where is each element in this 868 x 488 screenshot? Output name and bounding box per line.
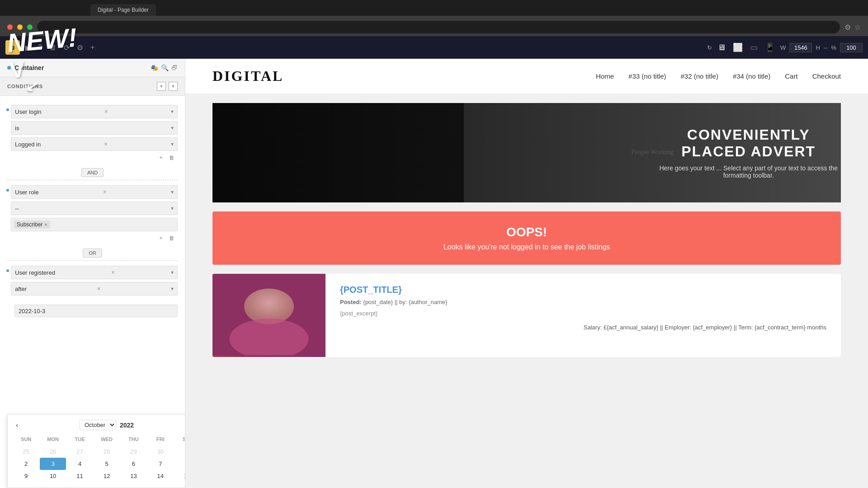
delete-group1-btn[interactable]: 🗑 (168, 154, 176, 162)
cal-day-1[interactable]: 1 (175, 446, 185, 458)
post-meta: Posted: {post_date} || by: {author_name} (340, 299, 826, 305)
post-thumbnail (212, 274, 326, 357)
delete-group2-btn[interactable]: 🗑 (168, 234, 176, 242)
operator-is-select[interactable]: is ▾ (11, 121, 178, 135)
date-picker[interactable]: ‹ October 2022 › SUN MON TUE WED THU FRI… (7, 414, 185, 488)
logged-in-select[interactable]: Logged in × ▾ (11, 137, 178, 151)
cal-day-15[interactable]: 15 (175, 470, 185, 482)
after-clear[interactable]: × (97, 286, 100, 292)
cal-day-11[interactable]: 11 (67, 470, 93, 482)
cal-day-10[interactable]: 10 (40, 470, 66, 482)
post-date-value: {post_date} (363, 299, 393, 305)
cal-day-13[interactable]: 13 (121, 470, 146, 482)
week-row-1: 25 26 27 28 29 30 1 (13, 446, 185, 458)
cal-day-6[interactable]: 6 (121, 458, 146, 470)
subscriber-tag-field[interactable]: Subscriber × (11, 218, 178, 231)
user-registered-select[interactable]: User registered × ▾ (11, 266, 178, 279)
or-logic-badge: OR (0, 249, 185, 258)
sidebar-close-icon[interactable]: 🗗 (171, 64, 178, 71)
posted-label: Posted: (340, 299, 362, 305)
logged-in-clear[interactable]: × (104, 141, 108, 147)
cal-day-12[interactable]: 12 (94, 470, 119, 482)
mobile-icon[interactable]: 📱 (763, 42, 777, 53)
emoji-icon[interactable]: 🎭 (151, 64, 158, 71)
conditions-actions: + × (157, 82, 178, 91)
dow-wed: WED (94, 435, 119, 444)
week-row-2: 2 3 4 5 6 7 8 (13, 458, 185, 470)
add-icon[interactable]: + (89, 42, 96, 53)
add-to-group1-btn[interactable]: + (157, 154, 165, 162)
cal-day-9[interactable]: 9 (13, 470, 39, 482)
year-display: 2022 (120, 422, 134, 429)
v-label: V (9, 56, 26, 83)
main-layout: Container 🎭 🔍 🗗 CONDITIONS + × (0, 59, 868, 488)
date-input-row (0, 302, 185, 320)
hero-title: CONVENIENTLY PLACED ADVERT (656, 127, 841, 160)
operator-after-select[interactable]: after × ▾ (11, 282, 178, 296)
close-conditions-btn[interactable]: × (169, 82, 178, 91)
cal-day-3[interactable]: 3 (40, 458, 66, 470)
zoom-input[interactable] (840, 43, 863, 52)
browser-toolbar: ⚙ ☆ (0, 16, 868, 38)
and-btn[interactable]: AND (81, 168, 104, 177)
user-registered-clear[interactable]: × (111, 269, 114, 276)
add-condition-btn[interactable]: + (157, 82, 166, 91)
sidebar-header-actions: 🎭 🔍 🗗 (151, 64, 178, 71)
cal-day-29-prev[interactable]: 29 (121, 446, 146, 458)
cal-day-25-prev[interactable]: 25 (13, 446, 39, 458)
user-login-select[interactable]: User login × ▾ (11, 105, 178, 118)
oops-banner: OOPS! Looks like you're not logged in to… (212, 211, 841, 265)
user-role-clear[interactable]: × (103, 189, 106, 195)
operator-dash-select[interactable]: -- ▾ (11, 202, 178, 215)
post-excerpt: {post_excerpt} (340, 310, 826, 317)
refresh-icon[interactable]: ↻ (707, 44, 712, 51)
nav-cart[interactable]: Cart (785, 72, 797, 80)
calendar-spacer (0, 320, 185, 419)
site-header: DIGITAL Home #33 (no title) #32 (no titl… (185, 59, 868, 94)
cal-day-14[interactable]: 14 (147, 470, 173, 482)
add-to-group2-btn[interactable]: + (157, 234, 165, 242)
oops-title: OOPS! (231, 225, 823, 239)
width-input[interactable] (789, 43, 812, 52)
or-btn[interactable]: OR (83, 249, 102, 258)
cal-day-26-prev[interactable]: 26 (40, 446, 66, 458)
search-icon[interactable]: 🔍 (161, 64, 169, 71)
address-bar[interactable] (37, 21, 840, 33)
prev-month-btn[interactable]: ‹ (13, 420, 21, 430)
user-login-clear[interactable]: × (104, 108, 108, 115)
site-navigation: Home #33 (no title) #32 (no title) #34 (… (596, 72, 841, 80)
date-input-field[interactable] (14, 305, 178, 317)
subscriber-tag-label: Subscriber (17, 221, 42, 228)
condition-row-logged-in: Logged in × ▾ (11, 137, 178, 151)
nav-page34[interactable]: #34 (no title) (733, 72, 770, 80)
cal-day-30-prev[interactable]: 30 (147, 446, 173, 458)
tab-title: Digital - Page Builder (98, 7, 149, 13)
cal-day-27-prev[interactable]: 27 (67, 446, 93, 458)
dow-tue: TUE (67, 435, 93, 444)
month-select[interactable]: October (80, 420, 116, 430)
desktop-icon[interactable]: 🖥 (716, 42, 727, 53)
dow-fri: FRI (147, 435, 173, 444)
cal-day-5[interactable]: 5 (94, 458, 119, 470)
post-card: {POST_TITLE} Posted: {post_date} || by: … (212, 274, 841, 357)
subscriber-remove-btn[interactable]: × (44, 222, 47, 227)
nav-page33[interactable]: #33 (no title) (628, 72, 666, 80)
cal-day-4[interactable]: 4 (67, 458, 93, 470)
dow-sat: SAT (175, 435, 185, 444)
nav-page32[interactable]: #32 (no title) (681, 72, 718, 80)
month-year-selector: October 2022 (80, 420, 134, 430)
user-role-select[interactable]: User role × ▾ (11, 185, 178, 199)
tablet-landscape-icon[interactable]: ⬜ (731, 42, 745, 53)
tablet-portrait-icon[interactable]: ▭ (748, 42, 760, 53)
cal-day-8[interactable]: 8 (175, 458, 185, 470)
cal-day-2[interactable]: 2 (13, 458, 39, 470)
nav-home[interactable]: Home (596, 72, 614, 80)
left-sidebar: Container 🎭 🔍 🗗 CONDITIONS + × (0, 59, 185, 488)
group1-actions: + 🗑 (11, 154, 178, 162)
nav-checkout[interactable]: Checkout (812, 72, 841, 80)
condition-row-user-registered: User registered × ▾ (11, 266, 178, 279)
active-tab[interactable]: Digital - Page Builder (90, 4, 156, 16)
cal-day-7[interactable]: 7 (147, 458, 173, 470)
condition-group-2: User role × ▾ -- ▾ Subscrib (0, 182, 185, 246)
cal-day-28-prev[interactable]: 28 (94, 446, 119, 458)
